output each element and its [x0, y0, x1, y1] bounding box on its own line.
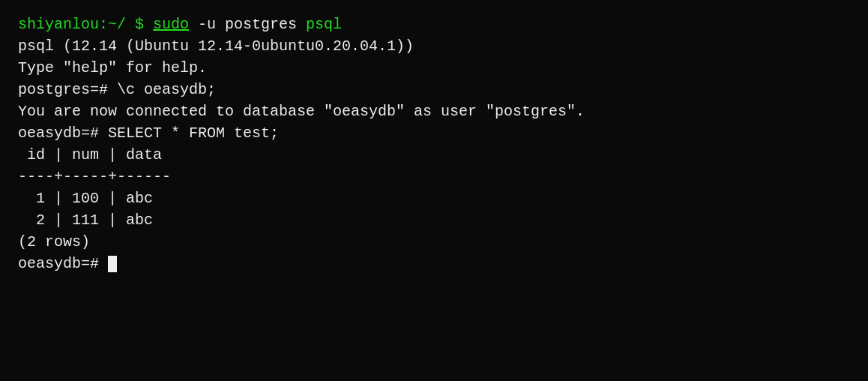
line-col-header: id | num | data: [18, 144, 850, 166]
line-help: Type "help" for help.: [18, 57, 850, 79]
line-col-sep: ----+-----+------: [18, 166, 850, 188]
line-row1: 1 | 100 | abc: [18, 188, 850, 209]
terminal-cursor: [108, 256, 117, 272]
line-psql-version: psql (12.14 (Ubuntu 12.14-0ubuntu0.20.04…: [18, 35, 850, 57]
line-select-cmd: oeasydb=# SELECT * FROM test;: [18, 122, 850, 144]
line-rows-count: (2 rows): [18, 231, 850, 253]
line-prompt: shiyanlou:~/ $ sudo -u postgres psql: [18, 14, 850, 35]
line-row2: 2 | 111 | abc: [18, 209, 850, 231]
terminal-window[interactable]: shiyanlou:~/ $ sudo -u postgres psqlpsql…: [0, 0, 868, 381]
line-connect-msg: You are now connected to database "oeasy…: [18, 100, 850, 122]
line-connect-cmd: postgres=# \c oeasydb;: [18, 79, 850, 100]
line-final-prompt: oeasydb=#: [18, 253, 850, 274]
